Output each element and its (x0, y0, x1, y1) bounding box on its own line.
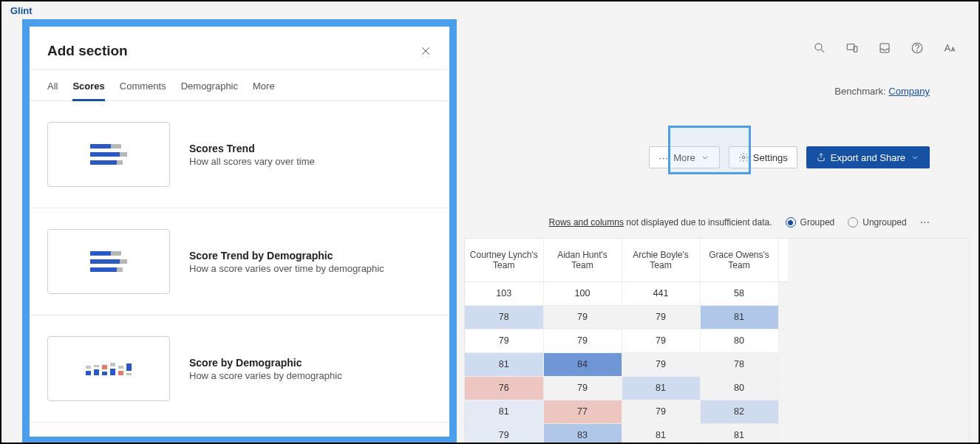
table-header[interactable]: Courtney Lynch's Team (465, 239, 543, 281)
svg-line-1 (821, 49, 824, 52)
section-title: Scores Trend (189, 143, 432, 154)
radio-icon (848, 217, 858, 228)
table-cell[interactable]: 83 (543, 423, 622, 444)
section-option[interactable]: Score by DemographicHow a score varies b… (30, 315, 449, 423)
section-thumbnail (47, 122, 170, 187)
table-cell[interactable]: 80 (700, 376, 778, 400)
app-name: Glint (10, 5, 33, 16)
table-cell[interactable]: 79 (622, 400, 700, 423)
table-row: 10310044158 (465, 281, 788, 305)
table-cell[interactable]: 78 (465, 305, 543, 329)
more-button-highlight (668, 126, 751, 174)
section-title: Score by Demographic (189, 357, 432, 369)
search-icon[interactable] (813, 41, 826, 55)
table-cell[interactable]: 79 (543, 305, 622, 329)
help-icon[interactable] (911, 41, 924, 55)
table-cell[interactable]: 79 (622, 329, 700, 352)
table-cell[interactable]: 77 (543, 400, 622, 423)
add-section-modal: Add section AllScoresCommentsDemographic… (30, 27, 449, 437)
modal-tab-all[interactable]: All (47, 81, 58, 100)
radio-icon (786, 217, 796, 228)
benchmark-link[interactable]: Company (888, 86, 930, 97)
table-header[interactable]: Grace Owens's Team (700, 239, 778, 281)
chevron-down-icon (910, 152, 920, 163)
table-row: 76798180 (465, 376, 788, 400)
table-cell[interactable]: 80 (700, 329, 778, 352)
table-row: 81777982 (465, 400, 788, 423)
table-header[interactable]: Archie Boyle's Team (622, 239, 700, 281)
section-desc: How a score varies by demographic (189, 370, 432, 381)
table-info-row: Rows and columns not displayed due to in… (549, 216, 930, 229)
section-list: Scores TrendHow all scores vary over tim… (30, 101, 449, 437)
export-share-button[interactable]: Export and Share (806, 146, 930, 168)
section-thumbnail (47, 229, 170, 294)
modal-tab-comments[interactable]: Comments (120, 81, 166, 100)
table-cell[interactable]: 79 (465, 329, 543, 352)
table-row: 81847978 (465, 352, 788, 376)
modal-title: Add section (47, 43, 128, 59)
heatmap-table: Courtney Lynch's TeamAidan Hunt's TeamAr… (464, 238, 970, 444)
overflow-menu-icon[interactable]: ··· (920, 216, 930, 229)
table-cell[interactable]: 103 (465, 281, 543, 305)
modal-header: Add section (30, 27, 449, 69)
section-option[interactable]: Score Trend by DemographicHow a score va… (30, 208, 449, 315)
grouping-radio: Grouped Ungrouped (786, 217, 907, 228)
svg-point-6 (917, 50, 918, 51)
table-cell[interactable]: 81 (465, 400, 543, 423)
table-cell[interactable]: 441 (622, 281, 700, 305)
modal-tab-more[interactable]: More (253, 81, 275, 100)
table-cell[interactable]: 79 (622, 352, 700, 376)
close-icon[interactable] (420, 45, 432, 57)
grouped-radio[interactable]: Grouped (786, 217, 835, 228)
table-cell[interactable]: 81 (700, 423, 778, 444)
section-desc: How a score varies over time by demograp… (189, 263, 432, 274)
table-cell[interactable]: 81 (465, 352, 543, 376)
rows-columns-link[interactable]: Rows and columns (549, 217, 624, 228)
devices-icon[interactable] (845, 41, 859, 55)
table-cell[interactable]: 79 (622, 305, 700, 329)
header-icons (813, 41, 956, 55)
svg-rect-2 (847, 44, 854, 50)
table-cell[interactable]: 81 (622, 376, 700, 400)
share-icon (816, 152, 826, 163)
modal-tabs: AllScoresCommentsDemographicMore (30, 70, 449, 101)
table-cell[interactable]: 81 (622, 423, 700, 444)
table-cell[interactable]: 79 (465, 423, 543, 444)
benchmark-label: Benchmark: Company (834, 86, 930, 97)
table-cell[interactable]: 81 (700, 305, 778, 329)
table-cell[interactable]: 79 (543, 376, 622, 400)
insufficient-data-warning: Rows and columns not displayed due to in… (549, 217, 772, 228)
add-section-modal-highlight: Add section AllScoresCommentsDemographic… (22, 19, 457, 444)
table-cell[interactable]: 100 (543, 281, 622, 305)
section-option[interactable]: Scores TrendHow all scores vary over tim… (30, 101, 449, 208)
table-row: 79797980 (465, 329, 788, 352)
section-title: Score Trend by Demographic (189, 250, 432, 262)
ungrouped-radio[interactable]: Ungrouped (848, 217, 906, 228)
table-cell[interactable]: 76 (465, 376, 543, 400)
inbox-icon[interactable] (878, 41, 891, 55)
modal-tab-demographic[interactable]: Demographic (181, 81, 238, 100)
table-cell[interactable]: 84 (543, 352, 622, 376)
table-row: 78797981 (465, 305, 788, 329)
svg-rect-4 (880, 44, 889, 52)
section-desc: How all scores vary over time (189, 156, 432, 167)
table-cell[interactable]: 78 (700, 352, 778, 376)
section-thumbnail (47, 336, 170, 401)
table-row: 79838181 (465, 423, 788, 444)
table-header[interactable]: Aidan Hunt's Team (543, 239, 622, 281)
table-cell[interactable]: 82 (700, 400, 778, 423)
font-size-icon[interactable] (943, 41, 956, 55)
modal-tab-scores[interactable]: Scores (72, 81, 104, 100)
svg-point-0 (815, 44, 822, 50)
table-cell[interactable]: 79 (543, 329, 622, 352)
table-cell[interactable]: 58 (700, 281, 778, 305)
app-bar: Glint (1, 1, 979, 19)
